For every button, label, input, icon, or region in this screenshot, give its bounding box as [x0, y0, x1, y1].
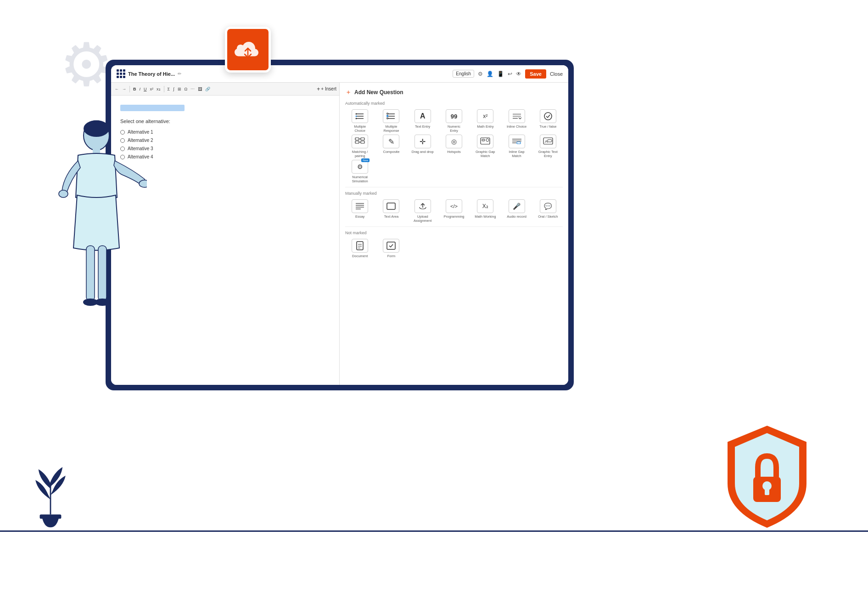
sigma-btn[interactable]: Σ: [167, 86, 171, 92]
numerical-sim-wrapper: ⚙ New: [352, 160, 368, 174]
close-button[interactable]: Close: [550, 71, 563, 77]
numerical-simulation-label: NumericalSimulation: [352, 175, 368, 183]
q-graphic-gap-match[interactable]: Graphic GapMatch: [470, 135, 500, 158]
q-multiple-response[interactable]: MultipleResponse: [376, 109, 406, 133]
auto-marked-label: Automatically marked: [345, 101, 563, 106]
more-btn[interactable]: ⋯: [190, 86, 196, 92]
svg-rect-28: [517, 142, 521, 144]
math-entry-label: Math Entry: [477, 124, 493, 129]
mobile-icon[interactable]: 📱: [497, 71, 504, 77]
app-ui: The Theory of Hie... ✏ English ⚙ 👤 📱 ↩ 👁…: [111, 65, 568, 385]
image-btn[interactable]: 🖼: [197, 86, 203, 92]
graphic-gap-match-label: Graphic GapMatch: [476, 150, 495, 158]
bottom-line: [0, 530, 868, 532]
save-button[interactable]: Save: [525, 69, 546, 79]
q-inline-choice[interactable]: Inline Choice: [502, 109, 531, 133]
eye-icon[interactable]: 👁: [516, 71, 521, 77]
cloud-overlay: [225, 27, 271, 73]
svg-point-3: [356, 113, 357, 115]
form-icon: [383, 239, 399, 253]
svg-point-50: [95, 299, 110, 306]
q-text-entry[interactable]: A Text Entry: [408, 109, 437, 133]
q-audio-record[interactable]: 🎤 Audio record: [502, 199, 531, 223]
auto-marked-grid: MultipleChoice MultipleResponse A Text: [345, 109, 563, 183]
graphic-text-entry-icon: A: [540, 135, 556, 148]
monitor: The Theory of Hie... ✏ English ⚙ 👤 📱 ↩ 👁…: [106, 60, 574, 390]
insert-label: + Insert: [321, 86, 336, 91]
option-1[interactable]: Alternative 1: [120, 130, 330, 135]
q-document[interactable]: Document: [345, 239, 375, 258]
graphic-gap-match-icon: [477, 135, 493, 148]
integral-btn[interactable]: ∫: [172, 86, 175, 92]
svg-rect-36: [387, 203, 395, 209]
q-composite[interactable]: ✎ Composite: [376, 135, 406, 158]
divider-1: [345, 187, 563, 187]
math-entry-icon: x²: [477, 109, 493, 123]
inline-choice-label: Inline Choice: [507, 124, 526, 129]
hotspots-label: Hotspots: [447, 150, 461, 154]
q-true-false[interactable]: True / false: [533, 109, 563, 133]
subscript-btn[interactable]: x₂: [156, 86, 162, 92]
q-text-area[interactable]: Text Area: [376, 199, 406, 223]
q-oral-sketch[interactable]: 💬 Oral / Sketch: [533, 199, 563, 223]
drag-drop-icon: ✛: [414, 135, 431, 148]
q-matching[interactable]: Matching /pairing: [345, 135, 375, 158]
manually-marked-grid: Essay Text Area: [345, 199, 563, 223]
q-upload[interactable]: UploadAssignment: [408, 199, 437, 223]
document-icon: [352, 239, 368, 253]
q-multiple-choice[interactable]: MultipleChoice: [345, 109, 375, 133]
question-text: Select one alternative:: [120, 118, 330, 124]
q-essay[interactable]: Essay: [345, 199, 375, 223]
toolbar-sep-1: [129, 86, 130, 92]
composite-icon: ✎: [383, 135, 399, 148]
settings-icon[interactable]: ⚙: [478, 71, 483, 77]
q-drag-drop[interactable]: ✛ Drag and drop: [408, 135, 437, 158]
inline-gap-match-icon: [509, 135, 525, 148]
app-main: ← → B I U x² x₂ Σ ∫ ⊞ Ω: [111, 83, 568, 385]
superscript-btn[interactable]: x²: [149, 86, 155, 92]
user-icon[interactable]: 👤: [487, 71, 493, 77]
audio-record-icon: 🎤: [509, 199, 525, 213]
editor-toolbar: ← → B I U x² x₂ Σ ∫ ⊞ Ω: [111, 83, 339, 96]
language-selector[interactable]: English: [453, 70, 474, 78]
q-graphic-text-entry[interactable]: A Graphic TextEntry: [533, 135, 563, 158]
italic-btn[interactable]: I: [139, 86, 142, 92]
table-btn[interactable]: ⊞: [177, 86, 182, 92]
underline-btn[interactable]: U: [143, 86, 148, 92]
link-btn[interactable]: 🔗: [204, 86, 211, 92]
svg-rect-18: [361, 138, 364, 140]
undo-icon[interactable]: ↩: [508, 71, 512, 77]
q-numeric-entry[interactable]: 99 NumericEntry: [439, 109, 469, 133]
omega-btn[interactable]: Ω: [184, 86, 189, 92]
option-3[interactable]: Alternative 3: [120, 146, 330, 151]
undo-toolbar[interactable]: ←: [114, 86, 120, 92]
bold-btn[interactable]: B: [132, 86, 137, 92]
option-4[interactable]: Alternative 4: [120, 154, 330, 159]
toolbar-sep-2: [164, 86, 164, 92]
q-programming[interactable]: </> Programming: [439, 199, 469, 223]
not-marked-label: Not marked: [345, 231, 563, 235]
q-form[interactable]: Form: [376, 239, 406, 258]
oral-sketch-icon: 💬: [540, 199, 556, 213]
svg-rect-31: [548, 140, 552, 142]
header-title-area: The Theory of Hie... ✏: [117, 69, 449, 78]
q-math-entry[interactable]: x² Math Entry: [470, 109, 500, 133]
text-entry-label: Text Entry: [415, 124, 430, 129]
edit-icon[interactable]: ✏: [178, 71, 181, 76]
q-numerical-simulation[interactable]: ⚙ New NumericalSimulation: [345, 160, 375, 183]
q-inline-gap-match[interactable]: Inline GapMatch: [502, 135, 531, 158]
q-math-working[interactable]: X₂ Math Working: [470, 199, 500, 223]
redo-toolbar[interactable]: →: [121, 86, 127, 92]
option-2[interactable]: Alternative 2: [120, 138, 330, 143]
insert-button[interactable]: + + Insert: [317, 86, 336, 92]
text-entry-icon: A: [414, 109, 431, 123]
svg-point-15: [544, 113, 552, 120]
divider-2: [345, 226, 563, 227]
inline-gap-match-label: Inline GapMatch: [509, 150, 524, 158]
app-header: The Theory of Hie... ✏ English ⚙ 👤 📱 ↩ 👁…: [111, 65, 568, 83]
add-question-header: ＋ Add New Question: [345, 88, 563, 96]
monitor-screen: The Theory of Hie... ✏ English ⚙ 👤 📱 ↩ 👁…: [111, 65, 568, 385]
header-actions: 👤 📱 ↩ 👁 Save Close: [487, 69, 563, 79]
oral-sketch-label: Oral / Sketch: [538, 214, 558, 219]
q-hotspots[interactable]: ◎ Hotspots: [439, 135, 469, 158]
